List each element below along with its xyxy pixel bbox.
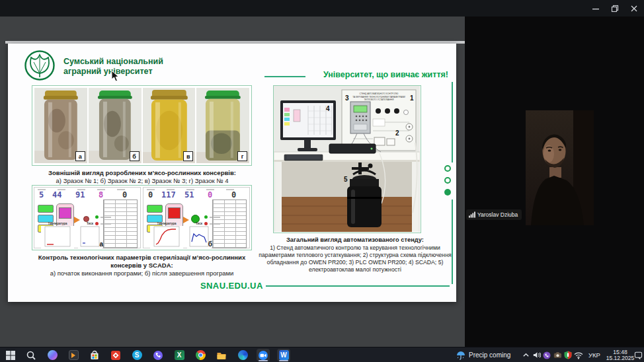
taskbar-chrome-button[interactable] [194,349,207,361]
screen-share-area: Сумський національний аграрний університ… [0,17,465,347]
participant-video[interactable] [526,110,594,225]
viber-tray-icon [543,351,551,359]
signal-bars-icon [469,211,475,218]
slide-indicator-dot [444,177,451,184]
taskbar-microsoft-store-button[interactable] [88,349,101,361]
temperature-chart-title: Температура [41,222,74,225]
file-explorer-icon [216,350,227,361]
temperature-mini-chart: Температура [41,226,74,248]
jars-caption-title: Зовнішній вигляд розроблених м’ясо-росли… [21,169,263,177]
right-rail-top [452,82,453,163]
slide-indicator-dot [444,165,451,172]
presentation-slide: Сумський національний аграрний університ… [8,44,456,302]
restore-icon [611,5,619,13]
scada-caption-detail: а) початок виконання програми; б) після … [28,270,256,277]
close-button[interactable] [628,3,640,14]
tray-clock[interactable]: 15:48 15.12.2025 [604,349,636,361]
footer-rule [266,285,450,287]
copilot-icon [48,350,58,360]
chrome-icon [196,350,206,360]
board-title-line2: ТА КЕРУВАННЯ ТЕХНОЛОГІЧНИМИ ПАРАМЕТРАМИ [352,96,405,98]
restore-button[interactable] [609,3,621,14]
tray-camera[interactable] [553,349,562,361]
scada-start-button [38,205,54,213]
excel-glyph: X [177,351,182,359]
scada-screenshot-start: 5 44 91 8 0 Температура [34,187,141,248]
stand-figure: СТЕНД АВТОМАТИЧНОГО КОНТРОЛЮ ТА КЕРУВАНН… [273,85,421,233]
annotation-3: 3 [345,94,349,102]
minimize-icon [592,5,600,13]
window-titlebar [0,0,644,17]
zoom-icon [258,350,268,361]
vessel-core [59,207,71,219]
desktop-screen: Сумський національний аграрний університ… [0,0,644,362]
panel-label: а [99,240,103,248]
readout-hold-time: 0 [231,190,236,199]
speaker-icon [532,351,541,359]
readout-heat-time: 0 [208,190,212,199]
jar-photo-d: г [196,88,249,163]
taskbar-start-button[interactable] [4,349,17,361]
weather-widget[interactable]: Precip coming [456,349,510,361]
jar-photo-c: в [143,88,196,163]
readout-mode: 5 [39,190,44,199]
legend-dot-on [95,215,99,219]
mouse-cursor [111,70,119,82]
pressure-mini-chart: Тиск [187,226,211,248]
taskbar-word-button[interactable]: W [277,349,290,361]
jars-caption-detail: а) Зразок № 1; б) Зразок № 2; в) Зразок … [21,177,263,185]
taskbar-copilot-button[interactable] [46,349,59,361]
board-title-line3: ТЕПЛОВОГО УСТАТКУВАННЯ [364,98,394,101]
taskbar-search-button[interactable] [24,349,38,361]
word-glyph: W [280,351,286,359]
tray-language[interactable]: УКР [586,349,603,361]
tray-security[interactable] [563,349,573,361]
readout-mode: 0 [148,190,153,199]
taskbar-viber-button[interactable] [151,349,165,361]
tray-volume[interactable] [532,349,541,361]
stand-photo: СТЕНД АВТОМАТИЧНОГО КОНТРОЛЮ ТА КЕРУВАНН… [274,86,420,232]
vessel-core [168,207,181,219]
start-icon [5,350,16,361]
taskbar-skype-button[interactable]: S [130,349,143,361]
readout-pressure: 91 [75,190,85,199]
jar-label: б [130,151,140,161]
search-icon [26,350,36,361]
annotation-4: 4 [326,105,330,112]
annotation-2: 2 [395,129,399,137]
pressure-chart-title: Тиск [187,222,211,225]
jar-label: в [183,151,193,161]
readout-temperature: 44 [52,190,61,199]
viber-icon [153,350,163,361]
taskbar-file-explorer-button[interactable] [215,349,228,361]
university-logo [24,50,56,84]
tray-wifi[interactable] [574,349,583,361]
slogan-rule [264,76,305,77]
scada-caption-title: Контроль технологічних параметрів стерил… [28,254,256,270]
tray-notifications[interactable] [633,349,643,361]
panel-label: б [208,240,212,248]
taskbar-zoom-button[interactable] [257,349,270,361]
website-url: SNAU.EDU.UA [200,281,263,291]
stand-caption-detail: 1) Стенд автоматичного контролю та керув… [259,244,452,274]
skype-icon: S [132,350,142,360]
annotation-5: 5 [344,176,348,183]
readout-temperature: 117 [161,190,176,199]
minimize-button[interactable] [590,3,602,14]
close-icon [630,5,638,13]
taskbar-movies-tv-button[interactable] [67,349,80,361]
taskbar-edge-button[interactable] [236,349,249,361]
notification-icon [634,351,643,359]
taskbar-red-app-button[interactable] [109,349,122,361]
taskbar-excel-button[interactable]: X [173,349,186,361]
scada-caption: Контроль технологічних параметрів стерил… [28,254,256,277]
meeting-video-panel: Yaroslav Dziuba [465,17,644,347]
tray-viber[interactable] [542,349,551,361]
jar-photo-b: б [89,88,141,163]
edge-icon [238,350,248,360]
university-name-line1: Сумський національний [63,57,163,67]
jar-label: а [75,151,85,161]
tray-overflow-chevron[interactable] [521,349,530,361]
clock-date: 15.12.2025 [606,355,635,361]
slide-indicator-dot-active [444,189,451,196]
